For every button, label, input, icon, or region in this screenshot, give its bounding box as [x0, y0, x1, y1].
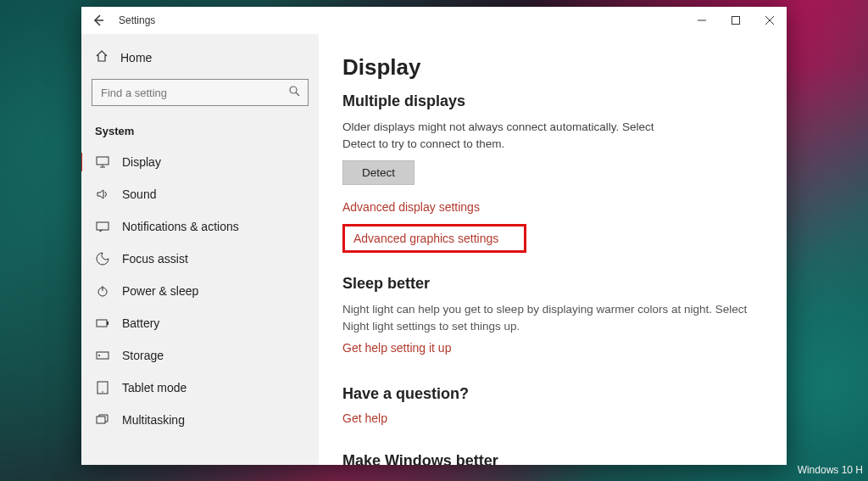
desktop-watermark: Windows 10 H [798, 464, 863, 476]
multiple-displays-description: Older displays might not always connect … [342, 119, 682, 152]
maximize-button[interactable] [719, 7, 753, 34]
settings-window: Settings Home System [81, 7, 787, 465]
section-multiple-displays: Multiple displays [342, 92, 763, 110]
sidebar-item-storage[interactable]: Storage [81, 339, 319, 372]
display-icon [95, 156, 110, 168]
sidebar-item-battery[interactable]: Battery [81, 307, 319, 339]
svg-rect-9 [97, 222, 108, 230]
focus-assist-icon [95, 252, 110, 266]
sidebar-item-label: Display [122, 155, 161, 169]
svg-point-17 [102, 391, 103, 393]
sidebar-item-display[interactable]: Display [81, 146, 319, 178]
home-label: Home [120, 51, 152, 64]
section-have-question: Have a question? [342, 385, 763, 403]
sidebar-item-label: Focus assist [122, 252, 188, 266]
advanced-display-settings-link[interactable]: Advanced display settings [342, 200, 763, 214]
sound-icon [95, 188, 110, 200]
svg-line-5 [296, 92, 299, 96]
sidebar-item-multitasking[interactable]: Multitasking [81, 404, 319, 436]
sidebar-item-focus-assist[interactable]: Focus assist [81, 243, 319, 275]
advanced-graphics-settings-link[interactable]: Advanced graphics settings [353, 232, 498, 245]
svg-rect-12 [97, 320, 107, 327]
close-icon [765, 16, 774, 25]
arrow-left-icon [92, 14, 105, 27]
back-button[interactable] [81, 7, 115, 34]
sidebar-item-label: Multitasking [122, 413, 185, 427]
maximize-icon [732, 16, 740, 25]
notifications-icon [95, 221, 110, 232]
search-input[interactable] [92, 79, 309, 106]
tablet-icon [95, 381, 110, 394]
svg-point-15 [98, 355, 100, 356]
svg-rect-6 [97, 157, 108, 165]
home-icon [95, 49, 108, 65]
sidebar-item-label: Storage [122, 349, 164, 362]
content-pane: Display Multiple displays Older displays… [319, 34, 787, 465]
home-link[interactable]: Home [81, 41, 319, 74]
search-icon [289, 86, 300, 99]
sidebar: Home System Display Sound Notifications … [81, 34, 319, 465]
storage-icon [95, 351, 110, 360]
sidebar-category: System [81, 116, 319, 146]
sidebar-item-label: Battery [122, 316, 159, 330]
sidebar-item-label: Notifications & actions [122, 220, 239, 233]
titlebar: Settings [81, 7, 787, 34]
window-title: Settings [115, 14, 155, 26]
section-make-windows-better: Make Windows better [342, 452, 763, 465]
battery-icon [95, 319, 110, 327]
detect-button[interactable]: Detect [342, 160, 415, 185]
sidebar-item-power-sleep[interactable]: Power & sleep [81, 275, 319, 307]
minimize-icon [698, 16, 706, 25]
svg-rect-18 [97, 417, 105, 423]
section-sleep-better: Sleep better [342, 275, 763, 293]
sidebar-item-label: Power & sleep [122, 284, 198, 298]
power-icon [95, 284, 110, 298]
sleep-better-help-link[interactable]: Get help setting it up [342, 341, 763, 355]
svg-point-4 [290, 87, 297, 93]
multitasking-icon [95, 414, 110, 426]
close-button[interactable] [753, 7, 787, 34]
page-title: Display [342, 54, 763, 81]
sidebar-item-sound[interactable]: Sound [81, 178, 319, 210]
sidebar-item-label: Sound [122, 187, 156, 201]
highlight-annotation: Advanced graphics settings [342, 224, 526, 253]
get-help-link[interactable]: Get help [342, 411, 763, 425]
minimize-button[interactable] [685, 7, 719, 34]
sidebar-item-label: Tablet mode [122, 381, 186, 394]
sidebar-item-notifications[interactable]: Notifications & actions [81, 210, 319, 243]
svg-rect-13 [107, 322, 108, 325]
sleep-better-description: Night light can help you get to sleep by… [342, 301, 763, 334]
sidebar-item-tablet-mode[interactable]: Tablet mode [81, 372, 319, 404]
svg-rect-1 [732, 17, 740, 25]
